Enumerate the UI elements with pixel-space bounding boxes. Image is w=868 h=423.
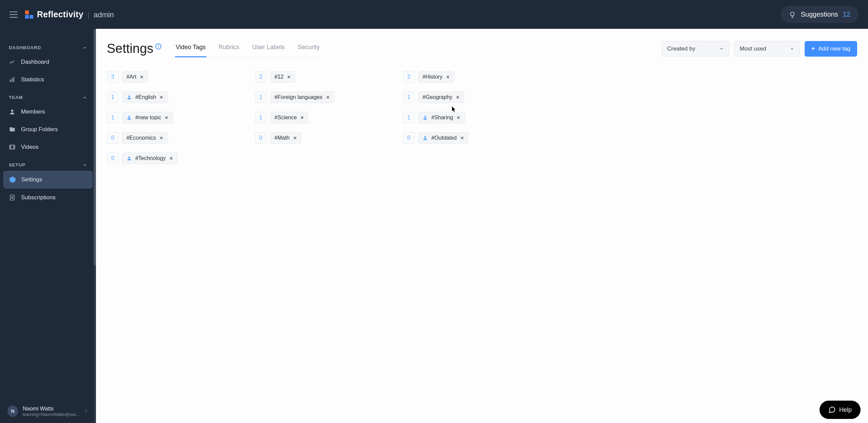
- chat-icon: [828, 406, 836, 414]
- tag-pill[interactable]: #Geography: [418, 92, 464, 103]
- close-icon[interactable]: [456, 95, 460, 99]
- sidebar-item-subscriptions[interactable]: Subscriptions: [3, 189, 93, 206]
- page-title: Settings: [107, 41, 153, 56]
- sidebar-scrollbar[interactable]: [94, 29, 96, 423]
- top-bar: Reflectivity | admin Suggestions 12: [0, 0, 868, 29]
- tag-row: 0#Economics: [107, 132, 245, 144]
- nav-label: Videos: [21, 144, 39, 150]
- sidebar-section-dashboard: DASHBOARD Dashboard Statistics: [0, 29, 96, 89]
- suggestions-button[interactable]: Suggestions 12: [781, 6, 859, 23]
- section-header-setup[interactable]: SETUP: [3, 156, 93, 171]
- tag-row: 0#Outdated: [403, 132, 541, 144]
- folder-icon: [9, 126, 16, 133]
- tab-user-labels[interactable]: User Labels: [252, 40, 285, 57]
- svg-point-7: [128, 96, 130, 97]
- tab-rubrics[interactable]: Rubrics: [218, 40, 240, 57]
- svg-rect-3: [13, 77, 14, 82]
- suggestions-label: Suggestions: [801, 11, 838, 18]
- brand-block[interactable]: Reflectivity | admin: [25, 9, 114, 19]
- tag-label: #Math: [275, 135, 290, 141]
- close-icon[interactable]: [460, 136, 464, 140]
- tag-count: 1: [255, 92, 267, 103]
- sidebar-section-setup: SETUP Settings Subscriptions: [0, 156, 96, 207]
- tag-label: #History: [422, 74, 442, 80]
- close-icon[interactable]: [446, 75, 450, 79]
- hamburger-menu-icon[interactable]: [9, 12, 18, 18]
- close-icon[interactable]: [159, 136, 163, 140]
- tag-pill[interactable]: #Outdated: [418, 132, 469, 144]
- logo-icon: [25, 11, 33, 19]
- brand-text: Reflectivity | admin: [37, 9, 114, 19]
- tag-label: #new topic: [135, 115, 161, 121]
- close-icon[interactable]: [169, 156, 173, 160]
- close-icon[interactable]: [140, 75, 144, 79]
- section-title: DASHBOARD: [9, 45, 41, 50]
- user-email: learning+NaomiWatts@swi...: [23, 412, 79, 417]
- info-icon[interactable]: i: [155, 43, 161, 49]
- tag-pill[interactable]: #Technology: [122, 153, 178, 164]
- page-header: Settings i Video Tags Rubrics User Label…: [107, 40, 857, 58]
- tag-pill[interactable]: #Science: [270, 112, 309, 123]
- close-icon[interactable]: [164, 116, 169, 120]
- close-icon[interactable]: [159, 95, 163, 99]
- close-icon[interactable]: [456, 116, 460, 120]
- sidebar-item-settings[interactable]: Settings: [3, 171, 93, 188]
- filter-sort[interactable]: Most used: [734, 41, 800, 57]
- close-icon[interactable]: [326, 95, 330, 99]
- layout: DASHBOARD Dashboard Statistics TEAM Memb…: [0, 29, 868, 423]
- chevron-up-icon: [82, 163, 87, 167]
- tag-label: #Economics: [126, 135, 156, 141]
- tag-count: 1: [107, 92, 119, 103]
- sidebar-item-statistics[interactable]: Statistics: [3, 71, 93, 88]
- page-title-wrap: Settings i: [107, 41, 161, 56]
- lightbulb-icon: [789, 11, 796, 18]
- select-label: Most used: [740, 45, 766, 52]
- tab-security[interactable]: Security: [297, 40, 320, 57]
- brand-separator: |: [87, 11, 89, 19]
- tag-label: #Outdated: [431, 135, 457, 141]
- sidebar-item-group-folders[interactable]: Group Folders: [3, 121, 93, 138]
- tag-row: 0#Technology: [107, 153, 245, 164]
- tab-video-tags[interactable]: Video Tags: [175, 40, 206, 57]
- add-new-tag-button[interactable]: + Add new tag: [805, 41, 857, 57]
- close-icon[interactable]: [300, 116, 304, 120]
- person-icon: [126, 156, 132, 161]
- tag-pill[interactable]: #12: [270, 71, 296, 83]
- brand-name: Reflectivity: [37, 9, 83, 19]
- tag-pill[interactable]: #Economics: [122, 132, 168, 144]
- chevron-right-icon: [84, 409, 88, 414]
- tag-label: #Foreign languages: [275, 94, 322, 100]
- person-icon: [9, 108, 16, 115]
- svg-point-11: [128, 157, 130, 158]
- chevron-down-icon: [790, 47, 794, 51]
- brand-sub: admin: [94, 11, 114, 19]
- close-icon[interactable]: [287, 75, 291, 79]
- user-profile-footer[interactable]: N Naomi Watts learning+NaomiWatts@swi...: [0, 399, 96, 423]
- tag-pill[interactable]: #Sharing: [418, 112, 465, 123]
- close-icon[interactable]: [293, 136, 297, 140]
- section-header-dashboard[interactable]: DASHBOARD: [3, 29, 93, 54]
- filter-created-by[interactable]: Created by: [662, 41, 729, 57]
- sidebar-item-members[interactable]: Members: [3, 103, 93, 120]
- tag-count: 0: [107, 132, 119, 144]
- sidebar: DASHBOARD Dashboard Statistics TEAM Memb…: [0, 29, 96, 423]
- svg-point-0: [790, 12, 794, 16]
- tag-pill[interactable]: #new topic: [122, 112, 173, 123]
- tag-row: 3#Art: [107, 71, 245, 83]
- sidebar-item-videos[interactable]: Videos: [3, 139, 93, 156]
- tag-label: #Technology: [135, 155, 166, 161]
- tag-pill[interactable]: #Foreign languages: [270, 92, 334, 103]
- tag-row: 1#Foreign languages: [255, 92, 393, 103]
- help-widget[interactable]: Help: [820, 401, 861, 419]
- tags-grid: 3#Art2#122#History1#English1#Foreign lan…: [107, 71, 541, 164]
- select-label: Created by: [667, 45, 695, 52]
- tag-pill[interactable]: #Math: [270, 132, 301, 144]
- tag-pill[interactable]: #English: [122, 92, 168, 103]
- nav-label: Group Folders: [21, 126, 58, 133]
- section-header-team[interactable]: TEAM: [3, 89, 93, 103]
- tag-row: 1#English: [107, 92, 245, 103]
- tag-count: 0: [403, 132, 415, 144]
- tag-pill[interactable]: #Art: [122, 71, 148, 83]
- tag-pill[interactable]: #History: [418, 71, 454, 83]
- sidebar-item-dashboard[interactable]: Dashboard: [3, 54, 93, 70]
